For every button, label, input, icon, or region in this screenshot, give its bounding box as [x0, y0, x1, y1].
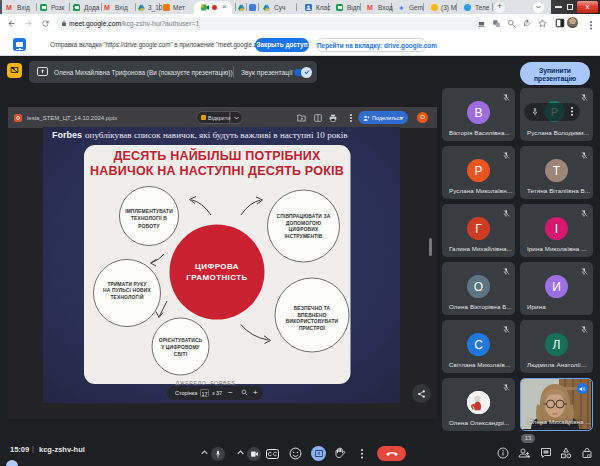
svg-text:ДЕСЯТЬ НАЙБІЛЬШ ПОТРІБНИХ: ДЕСЯТЬ НАЙБІЛЬШ ПОТРІБНИХ: [113, 148, 321, 163]
svg-text:НА ПУЛЬСІ НОВИХ: НА ПУЛЬСІ НОВИХ: [103, 288, 151, 293]
svg-text:ВИКОРИСТОВУВАТИ: ВИКОРИСТОВУВАТИ: [286, 319, 339, 324]
svg-text:ТЕХНОЛОГІЙ: ТЕХНОЛОГІЙ: [110, 293, 143, 300]
svg-text:ОРІЄНТУВАТИСЬ: ОРІЄНТУВАТИСЬ: [159, 338, 203, 343]
svg-text:ГРАМОТНІСТЬ: ГРАМОТНІСТЬ: [186, 273, 247, 282]
svg-text:СПІВПРАЦЮВАТИ ЗА: СПІВПРАЦЮВАТИ ЗА: [277, 214, 331, 219]
svg-text:ПРИСТРОЇ: ПРИСТРОЇ: [299, 325, 326, 331]
svg-text:ТЕХНОЛОГІЇ В: ТЕХНОЛОГІЇ В: [131, 215, 167, 221]
svg-text:У ЦИФРОВОМУ: У ЦИФРОВОМУ: [161, 345, 200, 350]
svg-text:ЦИФРОВА: ЦИФРОВА: [195, 262, 239, 271]
svg-text:опублікував список навичок, як: опублікував список навичок, які будуть в…: [85, 130, 347, 140]
svg-text:БЕЗПЕЧНО ТА: БЕЗПЕЧНО ТА: [294, 306, 331, 311]
svg-text:ВПЕВНЕНО: ВПЕВНЕНО: [297, 313, 326, 318]
svg-text:ЦИФРОВИХ: ЦИФРОВИХ: [289, 227, 319, 232]
svg-text:ТРИМАТИ РУКУ: ТРИМАТИ РУКУ: [107, 282, 147, 287]
svg-text:ІМПЛЕМЕНТУВАТИ: ІМПЛЕМЕНТУВАТИ: [125, 209, 173, 214]
svg-text:ІНСТРУМЕНТІВ: ІНСТРУМЕНТІВ: [284, 234, 322, 239]
svg-text:Forbes: Forbes: [52, 130, 82, 140]
svg-text:ДОПОМОГОЮ: ДОПОМОГОЮ: [286, 221, 321, 226]
svg-text:РОБОТУ: РОБОТУ: [138, 224, 160, 229]
svg-text:СВІТІ: СВІТІ: [174, 352, 188, 357]
svg-text:НАВИЧОК НА НАСТУПНІ ДЕСЯТЬ РОК: НАВИЧОК НА НАСТУПНІ ДЕСЯТЬ РОКІВ: [90, 164, 344, 178]
